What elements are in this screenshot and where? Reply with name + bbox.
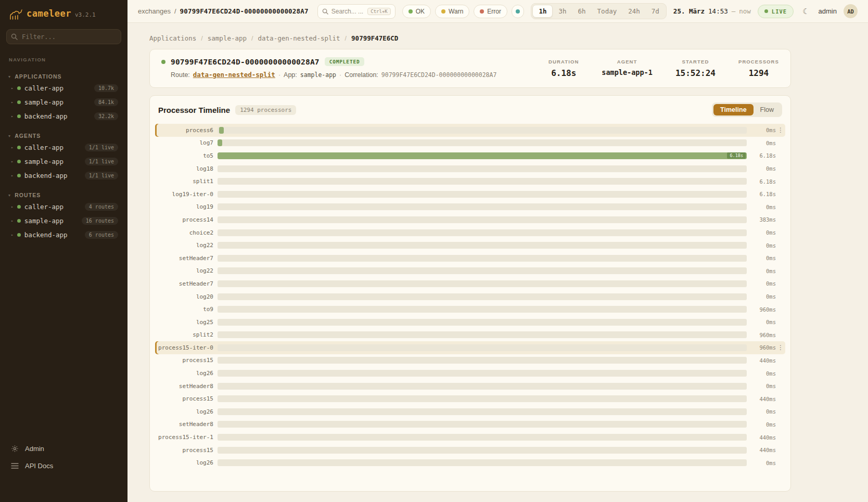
timeline-row[interactable]: choice20ms⋮: [155, 226, 785, 239]
timeline-row[interactable]: process15440ms⋮: [155, 392, 785, 405]
timeline-row[interactable]: log70ms⋮: [155, 137, 785, 150]
processor-name: process15-iter-0: [155, 344, 213, 351]
timeline-row[interactable]: process60ms⋮: [155, 124, 785, 137]
timeline-row[interactable]: log180ms⋮: [155, 162, 785, 175]
timeline-row[interactable]: log260ms⋮: [155, 456, 785, 469]
sidebar-section-header[interactable]: ▾ROUTES: [6, 191, 121, 199]
sidebar-item-backend-app[interactable]: ▸backend-app1/1 live: [6, 169, 121, 182]
timeline-bar-track: [218, 434, 747, 441]
range-button-today[interactable]: Today: [592, 5, 623, 18]
stat-label: PROCESSORS: [738, 59, 779, 65]
filter-chip-warn[interactable]: Warn: [435, 5, 469, 18]
processor-duration: 440ms: [751, 396, 776, 402]
topbar-breadcrumb: exchanges / 90799F47E6CD24D-000000000000…: [138, 7, 309, 15]
sidebar-item-caller-app[interactable]: ▸caller-app4 routes: [6, 200, 121, 213]
timeline-bar-fill: 6.18s: [218, 152, 747, 159]
range-button-1h[interactable]: 1h: [532, 5, 553, 18]
view-toggle-timeline[interactable]: Timeline: [713, 104, 753, 115]
timeline-row[interactable]: process14383ms⋮: [155, 213, 785, 226]
processor-duration: 0ms: [751, 165, 776, 172]
filter-chip-extra[interactable]: [512, 5, 524, 18]
app-label: App:: [284, 71, 297, 79]
range-button-7d[interactable]: 7d: [646, 5, 665, 18]
timeline-row[interactable]: process15-iter-0960ms⋮: [155, 341, 785, 354]
breadcrumb-item[interactable]: sample-app: [208, 34, 247, 42]
stat-label: DURATION: [548, 59, 579, 65]
timeline-row[interactable]: log260ms⋮: [155, 367, 785, 380]
processor-name: log26: [155, 459, 213, 466]
sidebar-item-caller-app[interactable]: ▸caller-app1/1 live: [6, 141, 121, 154]
view-toggle-flow[interactable]: Flow: [754, 104, 781, 115]
filter-chip-error[interactable]: Error: [474, 5, 507, 18]
status-dot: [17, 174, 21, 177]
timeline-row[interactable]: log200ms⋮: [155, 290, 785, 303]
sidebar-item-sample-app[interactable]: ▸sample-app84.1k: [6, 96, 121, 109]
kebab-menu-icon[interactable]: ⋮: [776, 344, 785, 351]
timeline-row[interactable]: log220ms⋮: [155, 265, 785, 278]
sidebar-section-header[interactable]: ▾APPLICATIONS: [6, 72, 121, 81]
sidebar-item-sample-app[interactable]: ▸sample-app16 routes: [6, 214, 121, 227]
timeline-row[interactable]: process15440ms⋮: [155, 444, 785, 457]
timeline-row[interactable]: to9960ms⋮: [155, 303, 785, 316]
processor-duration: 0ms: [751, 255, 776, 261]
user-avatar[interactable]: AD: [844, 4, 858, 18]
timeline-row[interactable]: process15440ms⋮: [155, 354, 785, 367]
dark-mode-toggle[interactable]: ☾: [800, 6, 811, 17]
timeline-row[interactable]: log220ms⋮: [155, 239, 785, 252]
sidebar-item-label: sample-app: [24, 98, 63, 106]
timeline-row[interactable]: split2960ms⋮: [155, 329, 785, 342]
sidebar-item-backend-app[interactable]: ▸backend-app32.2k: [6, 110, 121, 123]
breadcrumb-item[interactable]: Applications: [149, 34, 196, 42]
sidebar-item-api-docs[interactable]: API Docs: [6, 459, 121, 473]
sidebar-item-sample-app[interactable]: ▸sample-app1/1 live: [6, 155, 121, 168]
timeline-bar-track: [218, 127, 747, 134]
timeline-row[interactable]: setHeader70ms⋮: [155, 277, 785, 290]
timeline-row[interactable]: log190ms⋮: [155, 201, 785, 214]
timeline-row[interactable]: split16.18s⋮: [155, 175, 785, 188]
processor-name: log25: [155, 319, 213, 326]
exchange-stat-agent: AGENTsample-app-1: [602, 59, 653, 78]
processor-duration: 6.18s: [751, 191, 776, 197]
sidebar-section-header[interactable]: ▾AGENTS: [6, 132, 121, 140]
timeline-row[interactable]: setHeader80ms⋮: [155, 418, 785, 431]
list-icon: [10, 462, 19, 469]
sidebar-item-caller-app[interactable]: ▸caller-app10.7k: [6, 82, 121, 95]
timeline-row[interactable]: setHeader70ms⋮: [155, 252, 785, 265]
global-search[interactable]: Search... ... Ctrl+K: [317, 4, 395, 19]
live-toggle[interactable]: LIVE: [758, 5, 794, 18]
meta-separator: ·: [278, 71, 280, 79]
timeline-bar-track: [218, 383, 747, 390]
exchange-summary-card: 90799F47E6CD24D-00000000000028A7 COMPLET…: [149, 49, 791, 88]
kebab-menu-icon[interactable]: ⋮: [776, 126, 785, 134]
timeline-rows: process60ms⋮log70ms⋮to56.18s6.18s⋮log180…: [150, 123, 790, 477]
timeline-row[interactable]: setHeader80ms⋮: [155, 380, 785, 393]
exchange-id-title: 90799F47E6CD24D-00000000000028A7: [171, 58, 320, 66]
sidebar-item-badge: 1/1 live: [85, 158, 118, 165]
processor-duration: 0ms: [751, 421, 776, 428]
processor-name: log22: [155, 267, 213, 274]
range-button-6h[interactable]: 6h: [572, 5, 592, 18]
sidebar-item-backend-app[interactable]: ▸backend-app6 routes: [6, 228, 121, 241]
time-range-display[interactable]: 25. März 14:53 — now: [673, 7, 751, 15]
timeline-row[interactable]: log260ms⋮: [155, 405, 785, 418]
timeline-row[interactable]: to56.18s6.18s⋮: [155, 149, 785, 162]
processor-name: process15: [155, 357, 213, 364]
breadcrumb-section[interactable]: exchanges: [138, 7, 171, 15]
sidebar-item-admin[interactable]: Admin: [6, 442, 121, 456]
meta-separator: ·: [339, 71, 341, 79]
timeline-bar-track: [218, 447, 747, 454]
breadcrumb-item[interactable]: data-gen-nested-split: [258, 34, 340, 42]
range-button-24h[interactable]: 24h: [622, 5, 646, 18]
chevron-right-icon: ▸: [11, 100, 14, 105]
timeline-row[interactable]: log19-iter-06.18s⋮: [155, 188, 785, 201]
status-dot: [17, 114, 21, 118]
main-content: Applications/sample-app/data-gen-nested-…: [127, 23, 868, 502]
sidebar-filter-input[interactable]: [6, 29, 121, 44]
chevron-right-icon: ▸: [11, 159, 14, 164]
timeline-row[interactable]: process15-iter-1440ms⋮: [155, 431, 785, 444]
route-link[interactable]: data-gen-nested-split: [193, 71, 275, 79]
timeline-row[interactable]: log250ms⋮: [155, 316, 785, 329]
filter-chip-ok[interactable]: OK: [402, 5, 431, 18]
app-title: cameleer: [27, 8, 71, 19]
range-button-3h[interactable]: 3h: [553, 5, 572, 18]
